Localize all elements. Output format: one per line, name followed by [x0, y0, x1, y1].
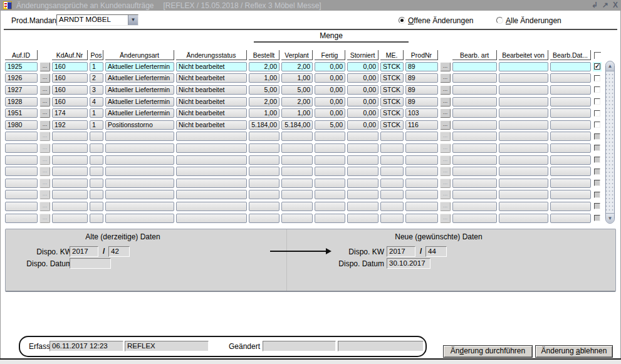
cell-bearb-art[interactable] — [452, 132, 497, 141]
cell-bestellt[interactable] — [249, 190, 279, 199]
col-auf-id[interactable]: Auf.ID — [5, 50, 38, 60]
cell-bearbeitet-von[interactable] — [499, 108, 548, 118]
cell-aenderungsstatus[interactable] — [176, 214, 247, 223]
row-detail-button[interactable]: ... — [39, 73, 50, 83]
cell-pos[interactable] — [90, 167, 103, 176]
cell-prodnr[interactable] — [405, 202, 438, 211]
cell-aenderungsart[interactable] — [105, 190, 174, 199]
col-aenderungsstatus[interactable]: Änderungsstatus — [176, 50, 247, 60]
row-checkbox[interactable] — [594, 180, 600, 186]
cell-storniert[interactable]: 0,00 — [347, 62, 378, 71]
cell-me[interactable] — [380, 190, 404, 199]
table-row[interactable]: ... ... — [5, 212, 602, 224]
col-me[interactable]: ME. — [380, 50, 404, 60]
table-row[interactable]: ... ... — [5, 154, 602, 166]
cell-me[interactable] — [380, 214, 404, 223]
cell-aenderungsstatus[interactable]: Nicht bearbeitet — [176, 97, 247, 107]
row-checkbox[interactable] — [594, 133, 600, 140]
cell-bearb-dat[interactable] — [550, 108, 591, 118]
cell-auf-id[interactable] — [5, 214, 38, 223]
cell-bearbeitet-von[interactable] — [499, 85, 548, 95]
cell-me[interactable]: STCK — [380, 85, 404, 95]
table-row[interactable]: 1951 ... 174 1 Aktueller Liefertermin Ni… — [5, 107, 602, 119]
cell-storniert[interactable] — [347, 179, 378, 188]
col-bearb-dat[interactable]: Bearb.Dat... — [550, 50, 591, 60]
cell-pos[interactable] — [90, 202, 103, 211]
cell-bearb-dat[interactable] — [550, 132, 591, 141]
cell-prodnr[interactable] — [405, 179, 438, 188]
row-detail-button[interactable]: ... — [39, 108, 50, 118]
cell-me[interactable]: STCK — [380, 108, 404, 118]
row-detail-button[interactable]: ... — [440, 120, 451, 130]
cell-aenderungsstatus[interactable]: Nicht bearbeitet — [176, 62, 247, 71]
cell-bestellt[interactable]: 2,00 — [249, 97, 279, 107]
cell-me[interactable] — [380, 155, 404, 165]
cell-aenderungsart[interactable]: Aktueller Liefertermin — [105, 62, 174, 71]
col-verplant[interactable]: Verplant — [281, 50, 313, 60]
table-row[interactable]: ... ... — [5, 189, 602, 201]
new-kw-year-field[interactable]: 2017 — [387, 246, 415, 257]
cell-bearbeitet-von[interactable] — [499, 62, 548, 71]
cell-kdauf-nr[interactable] — [52, 155, 88, 165]
cell-bearbeitet-von[interactable] — [499, 73, 548, 83]
cell-verplant[interactable]: 2,00 — [281, 62, 313, 71]
cell-fertig[interactable]: 0,00 — [315, 73, 345, 83]
changed-user-field[interactable] — [338, 341, 424, 351]
cell-storniert[interactable]: 0,00 — [347, 73, 378, 83]
cell-auf-id[interactable]: 1928 — [5, 97, 38, 107]
cell-auf-id[interactable]: 1926 — [5, 73, 38, 83]
cell-bearb-art[interactable] — [452, 62, 497, 71]
col-prodnr[interactable]: ProdNr — [405, 50, 438, 60]
cell-fertig[interactable] — [315, 214, 345, 223]
cell-pos[interactable]: 2 — [90, 73, 103, 83]
cell-kdauf-nr[interactable] — [52, 179, 88, 188]
row-detail-button[interactable]: ... — [39, 167, 50, 176]
table-row[interactable]: ... ... — [5, 131, 602, 143]
row-detail-button[interactable]: ... — [440, 85, 451, 95]
cell-aenderungsart[interactable] — [105, 179, 174, 188]
cell-kdauf-nr[interactable] — [52, 214, 88, 223]
cell-fertig[interactable] — [315, 202, 345, 211]
vertical-scrollbar[interactable]: ▲ ▼ — [605, 61, 615, 224]
created-datetime-field[interactable]: 06.11.2017 12:23 — [50, 341, 123, 351]
cell-aenderungsart[interactable]: Aktueller Liefertermin — [105, 85, 174, 95]
cell-kdauf-nr[interactable]: 160 — [52, 97, 88, 107]
cell-storniert[interactable] — [347, 202, 378, 211]
cell-bearbeitet-von[interactable] — [499, 155, 548, 165]
cell-storniert[interactable] — [347, 190, 378, 199]
cell-bearbeitet-von[interactable] — [499, 167, 548, 176]
table-row[interactable]: ... ... — [5, 142, 602, 154]
cell-bearb-dat[interactable] — [550, 73, 591, 83]
row-detail-button[interactable]: ... — [39, 179, 50, 188]
cell-pos[interactable] — [90, 190, 103, 199]
cell-auf-id[interactable] — [5, 155, 38, 165]
cell-bearbeitet-von[interactable] — [499, 179, 548, 188]
cell-bearbeitet-von[interactable] — [499, 97, 548, 107]
row-detail-button[interactable]: ... — [39, 190, 50, 199]
cell-fertig[interactable]: 0,00 — [315, 97, 345, 107]
reject-change-button[interactable]: Änderung ablehnen — [535, 345, 613, 358]
cell-fertig[interactable] — [315, 190, 345, 199]
cell-bestellt[interactable] — [249, 214, 279, 223]
col-bearb-art[interactable]: Bearb. art — [452, 50, 497, 60]
radio-all-changes[interactable] — [496, 17, 503, 24]
row-detail-button[interactable]: ... — [440, 73, 451, 83]
cell-prodnr[interactable] — [405, 155, 438, 165]
cell-bestellt[interactable] — [249, 132, 279, 141]
cell-verplant[interactable]: 2,00 — [281, 97, 313, 107]
cell-pos[interactable] — [90, 132, 103, 141]
cell-bearb-dat[interactable] — [550, 179, 591, 188]
row-checkbox[interactable] — [594, 145, 600, 151]
row-checkbox[interactable] — [594, 157, 600, 163]
cell-fertig[interactable]: 0,00 — [315, 108, 345, 118]
table-row[interactable]: ... ... — [5, 200, 602, 212]
cell-verplant[interactable] — [281, 190, 313, 199]
cell-kdauf-nr[interactable]: 160 — [52, 85, 88, 95]
cell-fertig[interactable] — [315, 155, 345, 165]
cell-storniert[interactable]: 0,00 — [347, 108, 378, 118]
cell-pos[interactable]: 4 — [90, 97, 103, 107]
cell-pos[interactable]: 1 — [90, 62, 103, 71]
cell-storniert[interactable]: 0,00 — [347, 97, 378, 107]
cell-fertig[interactable] — [315, 132, 345, 141]
cell-aenderungsstatus[interactable] — [176, 143, 247, 153]
